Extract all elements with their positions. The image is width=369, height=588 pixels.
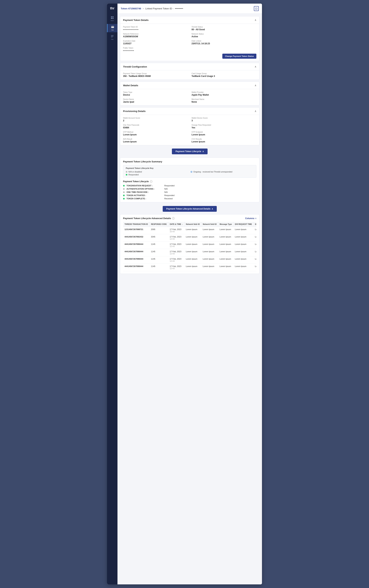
key-item-ongoing: Ongoing - recieved but Thredd unresponde… xyxy=(191,171,254,173)
field-one-time-passcode: One Time Passcode 03484 xyxy=(123,124,188,129)
wallet-details-fields-grid: Token Type Device Wallet Provider Apple … xyxy=(123,91,256,103)
cell-ehi-res: Lorem Ipsum xyxy=(254,234,256,242)
table-row[interactable]: 44414567267898444 1145 17 Feb, 202312:43… xyxy=(123,264,256,271)
field-token-type-value: Device xyxy=(123,94,188,96)
collapse-wallet-details[interactable]: ∧ xyxy=(255,84,256,87)
field-orange-flow-value: Yes xyxy=(192,126,256,129)
field-token-usage-group: Payment Token Usage Group 350 - TedBank … xyxy=(123,73,188,78)
field-avs-result: AVS Result Lorem Ipsum xyxy=(123,138,188,143)
cell-nf63: Lorem Ipsum xyxy=(201,227,218,234)
cell-ehi-req: Lorem Ipsum xyxy=(233,256,253,264)
svg-rect-1 xyxy=(113,16,113,17)
cell-nf43: Lorem Ipsum xyxy=(184,234,201,242)
cell-thredd-id: 44414567267898444 xyxy=(123,264,150,271)
field-device-name-value: Jacks Ipad xyxy=(123,101,188,103)
field-wallet-account-score-value: 2 xyxy=(123,119,188,122)
cell-ehi-res: Lorem Ipsum xyxy=(254,256,256,264)
table-row[interactable]: 44414567267892432 3345 17 Feb, 202312:43… xyxy=(123,234,256,242)
field-token-type: Token Type Device xyxy=(123,91,188,96)
app-logo: thr xyxy=(109,6,115,11)
sidebar-item-home[interactable]: Hom xyxy=(107,15,117,23)
field-cvv-results: CVV Results Lorem Ipsum xyxy=(192,138,256,143)
cell-nf63: Lorem Ipsum xyxy=(201,256,218,264)
table-row[interactable]: 44414567267898444 1145 17 Feb, 202312:43… xyxy=(123,249,256,256)
cell-response-code: 1145 xyxy=(150,242,168,249)
field-otp-method-label: OTP Method xyxy=(123,131,188,133)
collapse-provisioning-details[interactable]: ∧ xyxy=(255,110,256,113)
cell-date-time: 17 Feb, 202312:43 xyxy=(168,234,184,242)
advanced-details-info-icon[interactable]: i xyxy=(172,217,174,220)
thredd-config-title: Thredd Configuration xyxy=(123,65,147,68)
cell-nf63: Lorem Ipsum xyxy=(201,264,218,271)
col-date-time[interactable]: DATE & TIME ↕ xyxy=(168,222,184,227)
field-payment-token-id: Payment Token ID •••••••••••••• xyxy=(123,26,188,31)
field-otp-endpoint: OTP Endpoint Lorem Ipsum xyxy=(192,131,256,136)
lc-value-activated: Responded xyxy=(164,194,174,196)
cell-response-code: 1145 xyxy=(150,249,168,256)
svg-rect-2 xyxy=(111,18,112,19)
field-card-usage-group-value: TedBank Card Usage 3 xyxy=(192,75,256,78)
sidebar-item-cards[interactable]: Car xyxy=(107,24,117,32)
sort-arrow-icon: ↕ xyxy=(182,224,183,225)
top-bar: Token 4715683746 > Linked Payment Token … xyxy=(117,4,262,14)
breadcrumb-dots: •••••••••• xyxy=(175,7,183,10)
cell-nf43: Lorem Ipsum xyxy=(184,242,201,249)
cell-thredd-id: 44414567267892432 xyxy=(123,234,150,242)
dot-otp-icon xyxy=(123,191,125,193)
field-avs-result-label: AVS Result xyxy=(123,138,188,140)
table-row[interactable]: 44414567267898444 1145 17 Feb, 202312:43… xyxy=(123,256,256,264)
change-status-btn-wrap: Change Payment Token Status xyxy=(123,54,256,59)
col-network-43: Network field 43 xyxy=(184,222,201,227)
columns-button[interactable]: Columns ≡ xyxy=(245,217,256,220)
field-expiration-date-value: 11/03/27 xyxy=(123,42,188,45)
lc-value-auth: N/A xyxy=(164,188,168,190)
lc-label-auth: AUTHENTICATION OPTIONS : xyxy=(126,188,163,190)
field-network-status: Network Status Active xyxy=(192,33,256,38)
field-token-usage-group-value: 350 - TedBank MDES HNWI xyxy=(123,75,188,78)
cell-date-time: 17 Feb, 202312:43 xyxy=(168,249,184,256)
collapse-payment-token-details[interactable]: ∧ xyxy=(255,19,256,21)
payment-token-details-title: Payment Token Details xyxy=(123,19,148,21)
cell-date-time: 17 Feb, 202315:43 xyxy=(168,227,184,234)
provisioning-details-card: Provisioning Details ∧ Wallet Account Sc… xyxy=(120,107,259,145)
col-thredd-transaction-id: THREDD TRANSACTION ID xyxy=(123,222,150,227)
field-device-name: Device Name Jacks Ipad xyxy=(123,98,188,103)
field-thredd-status-label: Thredd Status xyxy=(192,26,256,28)
lc-label-tokenisation: TOKENISATION REQUEST : xyxy=(126,185,163,187)
provisioning-details-header: Provisioning Details ∧ xyxy=(120,108,259,115)
field-expiration-date: Expiration Date 11/03/27 xyxy=(123,40,188,45)
key-item-responded-label: Responded xyxy=(128,174,139,176)
copy-icon[interactable]: ⊡ xyxy=(254,6,259,11)
payment-token-details-header: Payment Token Details ∧ xyxy=(120,16,259,24)
field-wallet-provider-label: Wallet Provider xyxy=(192,91,256,93)
wallet-details-title: Wallet Details xyxy=(123,84,138,87)
advanced-details-title: Payment Token Lifecycle Advanced Details… xyxy=(123,217,174,220)
collapse-thredd-config[interactable]: ∧ xyxy=(255,65,256,68)
field-card-usage-group-label: Card Usage Group xyxy=(192,73,256,75)
table-row[interactable]: 44414567267898444 1145 17 Feb, 202312:43… xyxy=(123,242,256,249)
provisioning-fields-grid: Wallet Account Score 2 Wallet Device Sco… xyxy=(123,117,256,143)
lifecycle-info-icon[interactable]: i xyxy=(150,180,153,183)
cell-ehi-req: Lorem Ipsum xyxy=(233,227,253,234)
table-header-row: THREDD TRANSACTION ID RESPONSE CODE DATE… xyxy=(123,222,256,227)
table-row[interactable]: 12314567267898721 2095 17 Feb, 202315:43… xyxy=(123,227,256,234)
lifecycle-row-complete: TOKEN COMPLETE : Received xyxy=(123,197,256,200)
lifecycle-summary-section: Payment Token Lifecycle Summary Payment … xyxy=(120,157,259,202)
breadcrumb-token[interactable]: Token 4715683746 xyxy=(121,7,141,10)
field-expiration-date-label: Expiration Date xyxy=(123,40,188,42)
change-payment-token-status-button[interactable]: Change Payment Token Status xyxy=(222,54,256,59)
key-item-responded: Responded xyxy=(126,174,189,176)
field-device-name-label: Device Name xyxy=(123,98,188,100)
svg-rect-6 xyxy=(111,35,113,36)
field-card-usage-group: Card Usage Group TedBank Card Usage 3 xyxy=(192,73,256,78)
payment-token-lifecycle-button[interactable]: Payment Token Lifecycle ∧ xyxy=(172,148,207,154)
payment-token-lifecycle-advanced-button[interactable]: Payment Token Lifecycle Advanced Details… xyxy=(163,206,217,212)
sidebar-item-fraud[interactable]: Fra xyxy=(107,33,117,42)
field-token-usage-group-label: Payment Token Usage Group xyxy=(123,73,188,75)
cell-ehi-req: Lorem Ipsum xyxy=(233,242,253,249)
payment-token-fields-grid: Payment Token ID •••••••••••••• Thredd S… xyxy=(123,26,256,52)
sidebar-item-fraud-label: Fra xyxy=(111,39,113,40)
payment-token-details-body: Payment Token ID •••••••••••••• Thredd S… xyxy=(120,24,259,61)
advanced-details-table: THREDD TRANSACTION ID RESPONSE CODE DATE… xyxy=(123,222,256,271)
wallet-details-header: Wallet Details ∧ xyxy=(120,82,259,89)
